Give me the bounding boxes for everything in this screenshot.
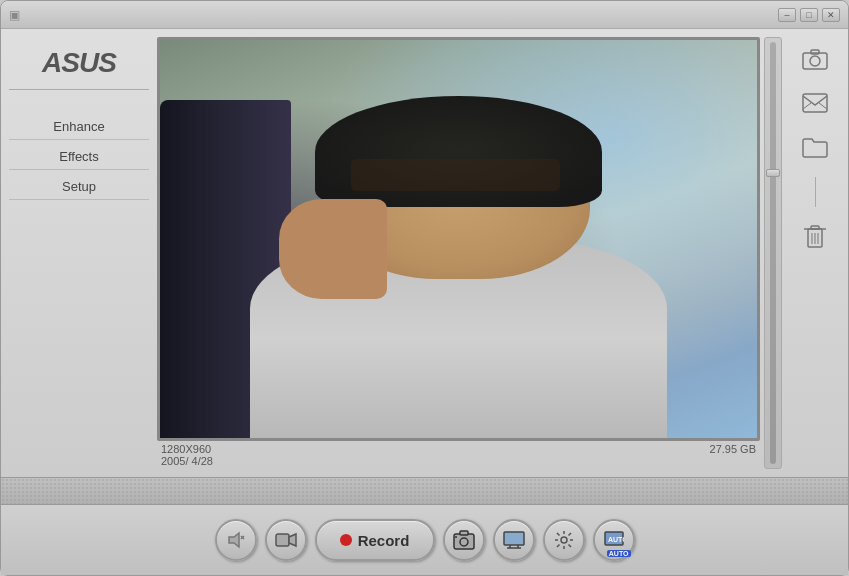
settings-button[interactable] [543,519,585,561]
svg-point-1 [810,56,820,66]
video-resolution-date: 1280X960 2005/ 4/28 [161,443,213,467]
video-date: 2005/ 4/28 [161,455,213,467]
svg-line-4 [803,103,811,109]
svg-rect-8 [811,226,819,229]
folder-open-icon[interactable] [799,133,831,161]
delete-icon[interactable] [799,223,831,251]
video-resolution: 1280X960 [161,443,213,455]
svg-line-5 [819,103,827,109]
status-bar-texture [1,478,848,504]
mute-button[interactable] [215,519,257,561]
svg-text:AUTO: AUTO [608,536,624,543]
toolbar-divider [815,177,816,207]
display-button[interactable] [493,519,535,561]
camera-capture-icon[interactable] [799,45,831,73]
auto-badge: AUTO [607,550,631,557]
svg-rect-3 [803,94,827,112]
center-area: 1280X960 2005/ 4/28 27.95 GB [157,37,782,469]
svg-rect-15 [276,534,289,546]
video-container: 1280X960 2005/ 4/28 27.95 GB [157,37,782,469]
sidebar-item-setup[interactable]: Setup [9,174,149,200]
title-bar-controls: – □ ✕ [778,8,840,22]
record-button[interactable]: Record [315,519,435,561]
auto-button[interactable]: AUTO AUTO [593,519,635,561]
asus-logo: ASUS [9,47,149,90]
right-toolbar [790,37,840,469]
photo-button[interactable] [443,519,485,561]
svg-marker-12 [229,533,239,547]
bottom-toolbar: Record [1,505,848,575]
video-frame [157,37,760,441]
right-toolbar-top [799,45,831,251]
video-camera-button[interactable] [265,519,307,561]
email-icon[interactable] [799,89,831,117]
sidebar-item-enhance[interactable]: Enhance [9,114,149,140]
auto-button-wrapper: AUTO AUTO [593,519,635,561]
svg-rect-19 [460,531,468,535]
close-button[interactable]: ✕ [822,8,840,22]
vertical-slider[interactable] [764,37,782,469]
svg-rect-21 [504,532,524,545]
svg-marker-16 [289,534,296,546]
sidebar: ASUS Enhance Effects Setup [9,37,149,469]
slider-thumb[interactable] [766,169,780,177]
video-and-info: 1280X960 2005/ 4/28 27.95 GB [157,37,760,469]
sidebar-item-effects[interactable]: Effects [9,144,149,170]
svg-rect-2 [811,50,819,54]
video-info: 1280X960 2005/ 4/28 27.95 GB [157,441,760,469]
svg-point-25 [561,537,567,543]
main-window: ▣ – □ ✕ ASUS Enhance Effects Setup [0,0,849,576]
slider-track[interactable] [770,42,776,464]
video-storage: 27.95 GB [710,443,756,467]
title-bar: ▣ – □ ✕ [1,1,848,29]
main-content: ASUS Enhance Effects Setup [1,29,848,477]
record-label: Record [358,532,410,549]
record-indicator [340,534,352,546]
maximize-button[interactable]: □ [800,8,818,22]
status-bar [1,477,848,505]
minimize-button[interactable]: – [778,8,796,22]
title-bar-icon: ▣ [9,8,20,22]
svg-point-20 [455,536,457,538]
